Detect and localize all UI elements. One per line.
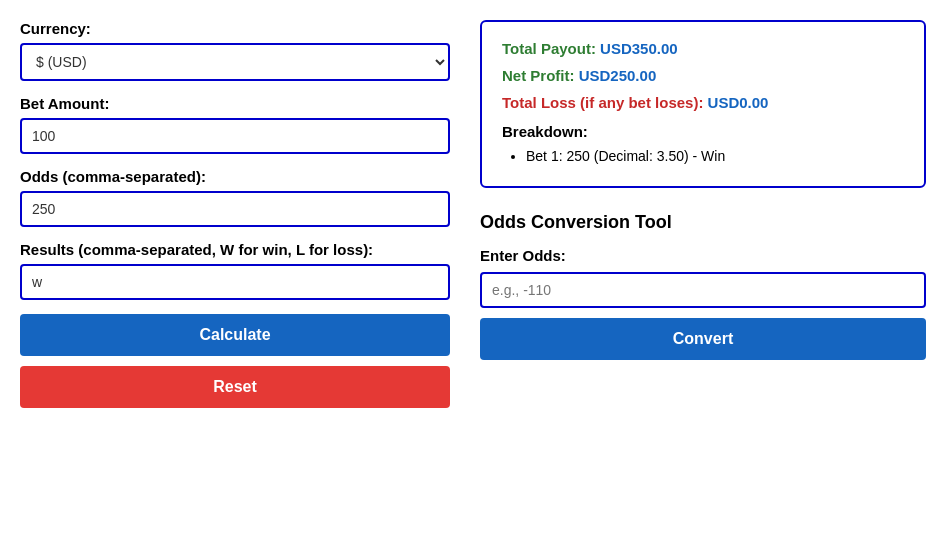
breakdown-item-1: Bet 1: 250 (Decimal: 3.50) - Win xyxy=(526,148,904,164)
total-loss-line: Total Loss (if any bet loses): USD0.00 xyxy=(502,94,904,111)
bet-amount-group: Bet Amount: xyxy=(20,95,450,154)
enter-odds-label: Enter Odds: xyxy=(480,247,926,264)
calculate-button[interactable]: Calculate xyxy=(20,314,450,356)
total-payout-label: Total Payout: xyxy=(502,40,596,57)
results-input[interactable] xyxy=(20,264,450,300)
odds-conversion-section: Odds Conversion Tool Enter Odds: Convert xyxy=(480,212,926,360)
left-panel: Currency: $ (USD) € (EUR) £ (GBP) ¥ (JPY… xyxy=(20,20,450,408)
results-box: Total Payout: USD350.00 Net Profit: USD2… xyxy=(480,20,926,188)
reset-button[interactable]: Reset xyxy=(20,366,450,408)
currency-select[interactable]: $ (USD) € (EUR) £ (GBP) ¥ (JPY) xyxy=(20,43,450,81)
main-container: Currency: $ (USD) € (EUR) £ (GBP) ¥ (JPY… xyxy=(20,20,926,408)
right-panel: Total Payout: USD350.00 Net Profit: USD2… xyxy=(480,20,926,408)
total-payout-value: USD350.00 xyxy=(600,40,678,57)
net-profit-value: USD250.00 xyxy=(579,67,657,84)
bet-amount-input[interactable] xyxy=(20,118,450,154)
odds-conversion-title: Odds Conversion Tool xyxy=(480,212,926,233)
enter-odds-input[interactable] xyxy=(480,272,926,308)
results-label: Results (comma-separated, W for win, L f… xyxy=(20,241,450,258)
convert-button[interactable]: Convert xyxy=(480,318,926,360)
net-profit-line: Net Profit: USD250.00 xyxy=(502,67,904,84)
breakdown-title: Breakdown: xyxy=(502,123,904,140)
odds-group: Odds (comma-separated): xyxy=(20,168,450,227)
total-loss-label: Total Loss (if any bet loses): xyxy=(502,94,703,111)
odds-input[interactable] xyxy=(20,191,450,227)
breakdown-section: Breakdown: Bet 1: 250 (Decimal: 3.50) - … xyxy=(502,123,904,164)
odds-label: Odds (comma-separated): xyxy=(20,168,450,185)
total-payout-line: Total Payout: USD350.00 xyxy=(502,40,904,57)
net-profit-label: Net Profit: xyxy=(502,67,575,84)
breakdown-list: Bet 1: 250 (Decimal: 3.50) - Win xyxy=(502,148,904,164)
currency-label: Currency: xyxy=(20,20,450,37)
total-loss-value: USD0.00 xyxy=(708,94,769,111)
currency-group: Currency: $ (USD) € (EUR) £ (GBP) ¥ (JPY… xyxy=(20,20,450,81)
bet-amount-label: Bet Amount: xyxy=(20,95,450,112)
results-group: Results (comma-separated, W for win, L f… xyxy=(20,241,450,300)
